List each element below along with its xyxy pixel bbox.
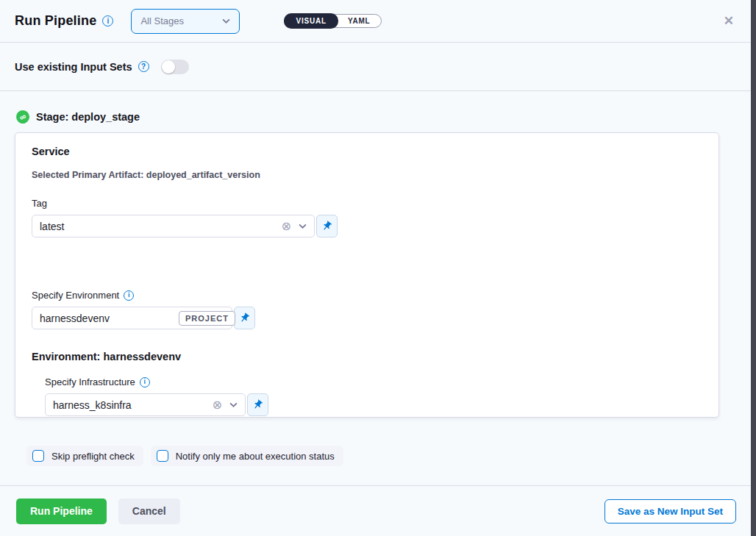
infrastructure-label-row: Specify Infrastructure i [45, 376, 702, 387]
clear-icon[interactable]: ⊗ [282, 221, 291, 232]
deploy-stage-icon: ∞ [14, 108, 32, 126]
stage-filter-dropdown[interactable]: All Stages [131, 9, 240, 34]
tag-label: Tag [32, 198, 702, 209]
execution-options-row: Skip preflight check Notify only me abou… [15, 446, 741, 466]
scope-badge: PROJECT [179, 311, 235, 326]
info-icon: i [140, 377, 150, 387]
environment-heading: Environment: harnessdevenv [32, 351, 702, 362]
input-sets-label: Use existing Input Sets [15, 61, 132, 73]
close-icon[interactable]: ✕ [721, 12, 737, 30]
tab-yaml[interactable]: YAML [338, 14, 381, 28]
input-sets-toggle[interactable] [161, 60, 189, 74]
chevron-down-icon [222, 18, 230, 24]
pin-icon [250, 397, 265, 412]
modal-body: ∞ Stage: deploy_stage Service Selected P… [0, 110, 756, 466]
notify-me-checkbox[interactable] [157, 450, 168, 462]
modal-header: Run Pipeline i All Stages VISUAL YAML ✕ [0, 0, 756, 43]
environment-label-row: Specify Environment i [32, 290, 702, 301]
infrastructure-pin-button[interactable] [247, 393, 268, 416]
cancel-button[interactable]: Cancel [118, 499, 180, 524]
toggle-knob [162, 60, 175, 74]
stage-label: Stage: deploy_stage [36, 111, 140, 123]
infrastructure-input-row: ⊗ [45, 393, 702, 416]
infrastructure-label: Specify Infrastructure [45, 376, 135, 387]
info-icon: i [102, 15, 113, 26]
tag-pin-button[interactable] [316, 215, 338, 237]
clear-icon[interactable]: ⊗ [213, 399, 222, 411]
background-overlay-edge [751, 0, 756, 536]
environment-pin-button[interactable] [234, 307, 255, 329]
environment-label: Specify Environment [32, 290, 119, 301]
run-pipeline-button[interactable]: Run Pipeline [16, 499, 107, 524]
chevron-down-icon[interactable] [299, 224, 307, 229]
skip-preflight-option[interactable]: Skip preflight check [26, 446, 143, 466]
service-card: Service Selected Primary Artifact: deplo… [15, 132, 719, 418]
skip-preflight-label: Skip preflight check [51, 451, 135, 462]
notify-me-option[interactable]: Notify only me about execution status [151, 446, 343, 466]
save-as-new-input-set-button[interactable]: Save as New Input Set [605, 499, 736, 524]
visual-yaml-toggle: VISUAL YAML [284, 14, 381, 28]
infrastructure-block: Specify Infrastructure i ⊗ [45, 376, 702, 416]
infrastructure-input[interactable] [53, 399, 213, 411]
chevron-down-icon[interactable] [229, 402, 238, 407]
help-icon[interactable]: ? [138, 61, 149, 72]
input-sets-row: Use existing Input Sets ? [0, 43, 756, 91]
stage-filter-value: All Stages [140, 15, 184, 26]
pin-icon [319, 218, 335, 234]
environment-input[interactable] [40, 312, 173, 324]
run-pipeline-modal: Run Pipeline i All Stages VISUAL YAML ✕ … [0, 0, 756, 536]
tag-input[interactable] [40, 221, 282, 232]
environment-input-row: PROJECT [32, 307, 702, 329]
environment-input-wrap: PROJECT [32, 307, 232, 329]
tag-input-row: ⊗ [32, 215, 702, 237]
infrastructure-input-wrap: ⊗ [45, 393, 246, 416]
info-icon: i [124, 290, 134, 301]
stage-row: ∞ Stage: deploy_stage [16, 110, 741, 124]
skip-preflight-checkbox[interactable] [32, 450, 44, 462]
notify-me-label: Notify only me about execution status [176, 451, 335, 462]
tag-input-wrap: ⊗ [32, 215, 315, 237]
modal-footer: Run Pipeline Cancel Save as New Input Se… [0, 485, 751, 536]
selected-artifact-text: Selected Primary Artifact: deployed_arti… [32, 170, 702, 180]
tab-visual[interactable]: VISUAL [284, 13, 338, 29]
service-card-title: Service [32, 146, 702, 157]
page-title: Run Pipeline [15, 13, 96, 29]
pin-icon [237, 310, 252, 326]
